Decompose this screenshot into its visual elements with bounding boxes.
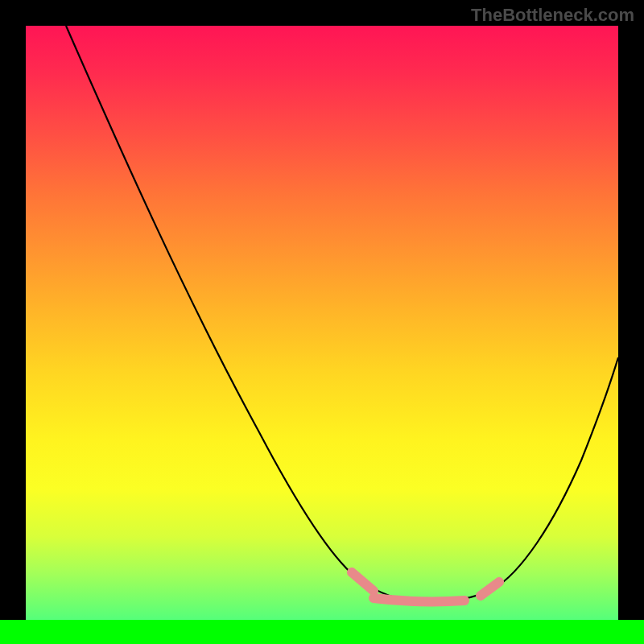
watermark-label: TheBottleneck.com: [471, 5, 634, 26]
marker-left: [352, 572, 374, 591]
marker-bottom: [374, 598, 464, 601]
bottleneck-curve: [66, 26, 618, 602]
bottom-green-strip: [0, 620, 644, 644]
marker-right: [481, 582, 499, 596]
chart-plot-area: [26, 26, 618, 620]
curve-svg-layer: [26, 26, 618, 620]
